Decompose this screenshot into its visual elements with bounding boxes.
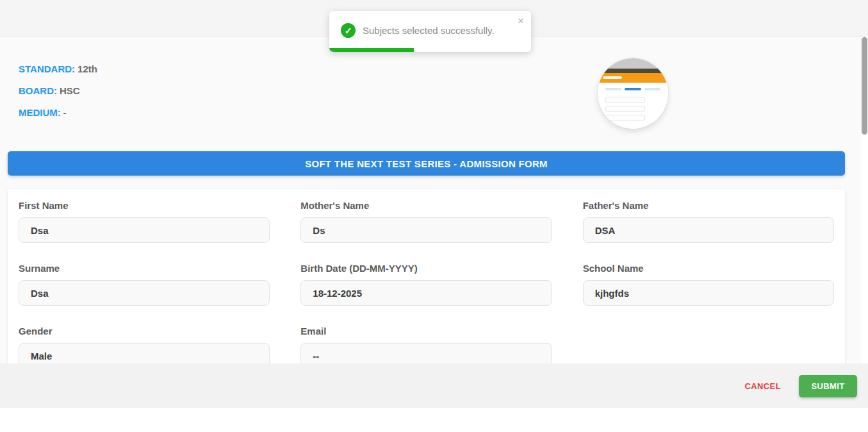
standard-row: STANDARD:12th: [19, 63, 97, 75]
mothers-name-input[interactable]: [300, 217, 552, 243]
school-name-input[interactable]: [583, 280, 834, 306]
first-name-label: First Name: [19, 200, 270, 211]
gender-field: Gender: [19, 326, 270, 369]
birth-date-input[interactable]: [300, 280, 552, 306]
surname-label: Surname: [19, 263, 270, 274]
page-title: SOFT THE NEXT TEST SERIES - ADMISSION FO…: [305, 158, 548, 169]
success-check-icon: ✓: [341, 23, 356, 38]
first-name-input[interactable]: [19, 217, 270, 243]
board-value: HSC: [60, 85, 80, 96]
form-grid: First Name Mother's Name Father's Name S…: [8, 189, 845, 369]
mothers-name-label: Mother's Name: [300, 200, 552, 211]
medium-row: MEDIUM:-: [19, 107, 97, 119]
gender-label: Gender: [19, 326, 270, 336]
toast-message: Subjects selected successfully.: [363, 25, 512, 36]
footer-action-bar: CANCEL SUBMIT: [0, 363, 868, 408]
scrollbar-thumb[interactable]: [862, 37, 867, 135]
medium-label: MEDIUM:: [19, 107, 61, 118]
medium-value: -: [63, 107, 67, 118]
first-name-field: First Name: [19, 200, 270, 243]
form-title-banner: SOFT THE NEXT TEST SERIES - ADMISSION FO…: [8, 151, 845, 176]
fathers-name-input[interactable]: [583, 217, 834, 243]
email-field: Email: [300, 326, 552, 369]
fathers-name-label: Father's Name: [583, 200, 834, 211]
birth-date-label: Birth Date (DD-MM-YYYY): [300, 263, 552, 274]
birth-date-field: Birth Date (DD-MM-YYYY): [300, 263, 552, 306]
email-label: Email: [300, 326, 552, 336]
school-name-label: School Name: [583, 263, 834, 274]
toast-notification: ✓ Subjects selected successfully. ×: [329, 11, 531, 52]
submit-button[interactable]: SUBMIT: [799, 375, 857, 397]
board-label: BOARD:: [19, 85, 57, 96]
admission-form-card: First Name Mother's Name Father's Name S…: [8, 189, 845, 376]
form-preview-image: [598, 58, 668, 129]
board-row: BOARD:HSC: [19, 85, 97, 97]
surname-field: Surname: [19, 263, 270, 306]
toast-progress-bar: [329, 48, 414, 52]
student-info: STANDARD:12th BOARD:HSC MEDIUM:-: [19, 63, 97, 129]
surname-input[interactable]: [19, 280, 270, 306]
standard-label: STANDARD:: [19, 63, 75, 74]
mothers-name-field: Mother's Name: [300, 200, 552, 243]
school-name-field: School Name: [583, 263, 834, 306]
fathers-name-field: Father's Name: [583, 200, 834, 243]
bottom-spacer: [0, 408, 868, 432]
cancel-button[interactable]: CANCEL: [744, 381, 781, 391]
close-icon[interactable]: ×: [518, 13, 524, 29]
scrollbar-track[interactable]: [861, 37, 868, 363]
standard-value: 12th: [78, 63, 97, 74]
